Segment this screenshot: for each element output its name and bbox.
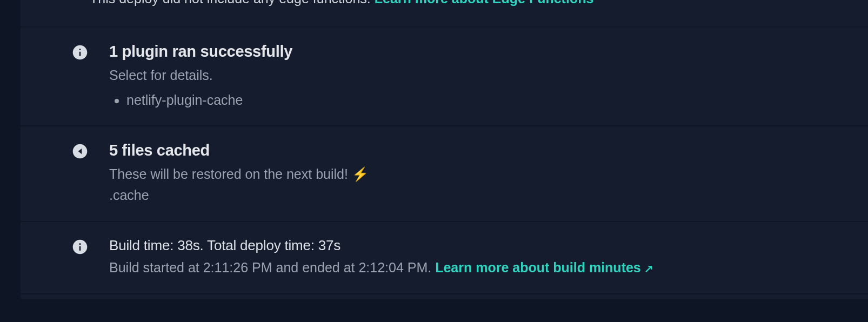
edge-functions-text: This deploy did not include any edge fun… [90, 0, 375, 6]
edge-functions-link[interactable]: Learn more about Edge Functions [375, 0, 594, 6]
plugins-heading: 1 plugin ran successfully [109, 43, 838, 61]
info-icon [71, 248, 89, 257]
cache-path: .cache [109, 185, 838, 206]
build-time-section[interactable]: Build time: 38s. Total deploy time: 37s … [21, 221, 868, 293]
arrow-circle-left-icon [71, 152, 89, 162]
cache-subtext: These will be restored on the next build… [109, 164, 838, 185]
plugins-list: netlify-plugin-cache [109, 90, 838, 111]
info-icon [71, 53, 89, 63]
build-time-main: Build time: 38s. Total deploy time: 37s [109, 237, 838, 254]
cache-heading: 5 files cached [109, 142, 838, 159]
build-minutes-link[interactable]: Learn more about build minutes↗ [435, 260, 653, 275]
lightning-emoji: ⚡ [352, 166, 369, 182]
bottom-edge [21, 293, 868, 299]
plugin-item: netlify-plugin-cache [126, 90, 838, 111]
edge-functions-row: This deploy did not include any edge fun… [21, 0, 868, 16]
cache-section[interactable]: 5 files cached These will be restored on… [21, 125, 868, 221]
plugins-section[interactable]: 1 plugin ran successfully Select for det… [21, 26, 868, 125]
external-link-icon: ↗ [644, 260, 653, 277]
deploy-summary-panel: This deploy did not include any edge fun… [21, 0, 868, 299]
build-time-sub: Build started at 2:11:26 PM and ended at… [109, 257, 838, 278]
plugins-subtext: Select for details. [109, 65, 838, 86]
